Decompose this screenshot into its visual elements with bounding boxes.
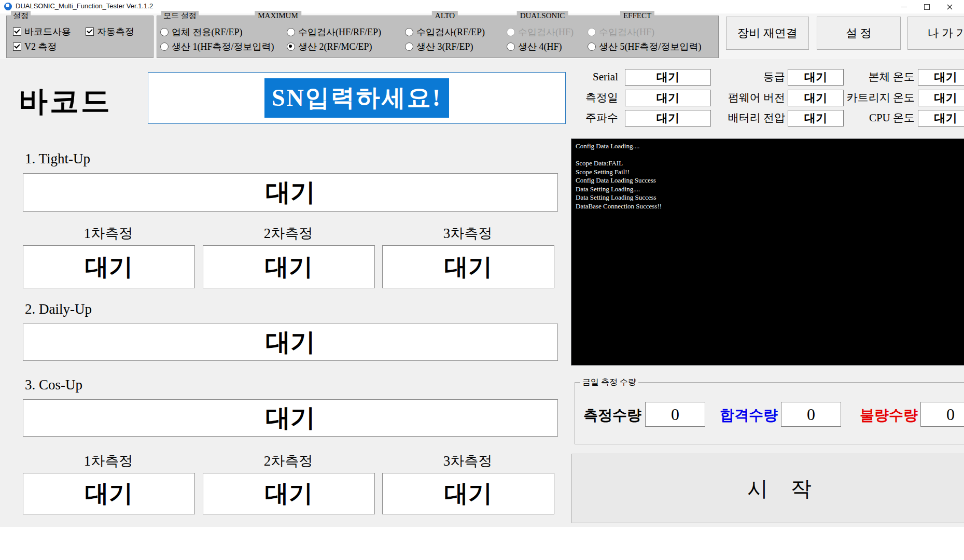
radio-company-only[interactable]: 업체 전용(RF/EP) [160, 26, 243, 38]
cpu-temp-label: CPU 온도 [819, 110, 915, 125]
row1-measure3-box: 대기 [382, 245, 554, 288]
close-icon [947, 4, 953, 10]
maximize-icon [924, 4, 930, 10]
checkbox-icon [13, 27, 21, 36]
exit-button[interactable]: 나 가 기 [907, 17, 964, 50]
radio-import-hf-dualsonic[interactable]: 수입검사(HF) [507, 26, 574, 38]
log-line: DataBase Connection Success!! [576, 202, 960, 211]
row2-measure3-box: 대기 [382, 473, 554, 514]
mode-group: 모드 설정 MAXIMUM ALTO DUALSONIC EFFECT 업체 전… [157, 16, 719, 58]
row1-measure3-label: 3차측정 [382, 224, 553, 243]
minimize-button[interactable] [895, 0, 913, 13]
window-title: DUALSONIC_Multi_Function_Tester Ver.1.1.… [16, 2, 153, 10]
app-window: DUALSONIC_Multi_Function_Tester Ver.1.1.… [0, 0, 964, 560]
body-temp-label: 본체 온도 [819, 69, 915, 85]
row2-measure2-label: 2차측정 [203, 452, 374, 470]
barcode-selected-text: SN입력하세요! [264, 78, 449, 117]
cpu-temp-value: 대기 [918, 110, 964, 127]
radio-import-hf-rf-ep[interactable]: 수입검사(HF/RF/EP) [287, 26, 381, 38]
radio-icon [507, 43, 515, 51]
radio-icon [405, 28, 413, 36]
row1-measure1-label: 1차측정 [23, 224, 194, 243]
measured-count-label: 측정수량 [583, 405, 641, 425]
settings-group: 설정 바코드사용 자동측정 V2 측정 [6, 16, 153, 58]
checkbox-icon [86, 27, 94, 36]
radio-production-3[interactable]: 생산 3(RF/EP) [405, 41, 473, 52]
row1-measure2-label: 2차측정 [203, 224, 374, 243]
mode-col-effect: EFFECT [620, 11, 654, 20]
cartridge-temp-value: 대기 [918, 90, 964, 106]
radio-production-2[interactable]: 생산 2(RF/MC/EP) [287, 41, 372, 52]
checkbox-v2-measure[interactable]: V2 측정 [13, 41, 57, 52]
maximize-button[interactable] [918, 0, 935, 13]
log-console: Config Data Loading.... Scope Data:FAIL … [571, 138, 964, 366]
mode-col-dualsonic: DUALSONIC [517, 11, 568, 20]
barcode-label: 바코드 [19, 82, 112, 121]
radio-import-hf-effect[interactable]: 수입검사(HF) [588, 26, 654, 38]
radio-production-5[interactable]: 생산 5(HF측정/정보입력) [588, 41, 702, 52]
log-line: Config Data Loading Success [576, 176, 960, 185]
cartridge-temp-label: 카트리지 온도 [819, 90, 915, 105]
radio-icon [160, 28, 169, 36]
close-button[interactable] [941, 0, 958, 13]
battery-voltage-label: 배터리 전압 [690, 110, 785, 125]
section-tight-up-title: 1. Tight-Up [25, 151, 90, 167]
radio-production-1[interactable]: 생산 1(HF측정/정보입력) [160, 41, 274, 52]
log-line: Data Setting Loading.... [576, 185, 960, 194]
start-button[interactable]: 시 작 [571, 454, 964, 523]
daily-up-status-box: 대기 [23, 324, 558, 361]
radio-icon [588, 28, 596, 36]
checkbox-barcode-use[interactable]: 바코드사용 [13, 26, 71, 37]
row1-measure2-box: 대기 [203, 245, 375, 288]
pass-count-value: 0 [781, 402, 841, 427]
radio-icon [160, 43, 169, 51]
radio-icon [287, 43, 295, 51]
checkbox-icon [13, 43, 21, 51]
log-line: Data Setting Loading Success [576, 193, 960, 202]
radio-icon [507, 28, 515, 36]
title-bar: DUALSONIC_Multi_Function_Tester Ver.1.1.… [0, 0, 964, 13]
fail-count-value: 0 [920, 402, 964, 427]
checkbox-auto-measure[interactable]: 자동측정 [86, 26, 134, 37]
pass-count-label: 합격수량 [720, 405, 778, 425]
top-panel: 설정 바코드사용 자동측정 V2 측정 모드 설정 MAXIMUM ALTO D… [0, 13, 964, 59]
radio-import-rf-ep[interactable]: 수입검사(RF/EP) [405, 26, 485, 38]
radio-icon [588, 43, 596, 51]
measure-date-label: 측정일 [539, 90, 618, 105]
measured-count-value: 0 [645, 402, 705, 427]
log-line: Scope Data:FAIL [576, 159, 960, 168]
tight-up-status-box: 대기 [23, 173, 558, 212]
fail-count-label: 불량수량 [860, 405, 918, 425]
frequency-label: 주파수 [539, 110, 618, 125]
app-icon [4, 3, 12, 10]
settings-button[interactable]: 설 정 [817, 17, 901, 50]
radio-icon [287, 28, 295, 36]
radio-production-4[interactable]: 생산 4(HF) [507, 41, 562, 52]
log-line: Scope Setting Fail!! [576, 168, 960, 177]
cos-up-status-box: 대기 [23, 399, 558, 437]
bottom-strip [0, 527, 964, 560]
barcode-input[interactable]: SN입력하세요! [148, 72, 566, 124]
row2-measure2-box: 대기 [203, 473, 375, 514]
settings-group-title: 설정 [11, 11, 31, 20]
section-cos-up-title: 3. Cos-Up [25, 377, 82, 393]
serial-label: Serial [539, 69, 618, 85]
row2-measure1-label: 1차측정 [23, 452, 194, 470]
minimize-icon [901, 7, 907, 7]
radio-icon [405, 43, 413, 51]
section-daily-up-title: 2. Daily-Up [25, 301, 92, 317]
body-temp-value: 대기 [918, 69, 964, 86]
grade-label: 등급 [690, 69, 785, 85]
mode-col-alto: ALTO [432, 11, 458, 20]
log-line [576, 151, 960, 160]
daily-count-group: 금일 측정 수량 측정수량 0 합격수량 0 불량수량 0 [575, 382, 964, 444]
firmware-version-label: 펌웨어 버전 [690, 90, 785, 105]
daily-count-title: 금일 측정 수량 [580, 377, 638, 387]
row2-measure3-label: 3차측정 [382, 452, 553, 470]
device-reconnect-button[interactable]: 장비 재연결 [726, 17, 809, 50]
row1-measure1-box: 대기 [23, 245, 195, 288]
mode-group-title: 모드 설정 [161, 11, 199, 20]
mode-col-maximum: MAXIMUM [255, 11, 301, 20]
row2-measure1-box: 대기 [23, 473, 195, 514]
log-line: Config Data Loading.... [576, 142, 960, 151]
